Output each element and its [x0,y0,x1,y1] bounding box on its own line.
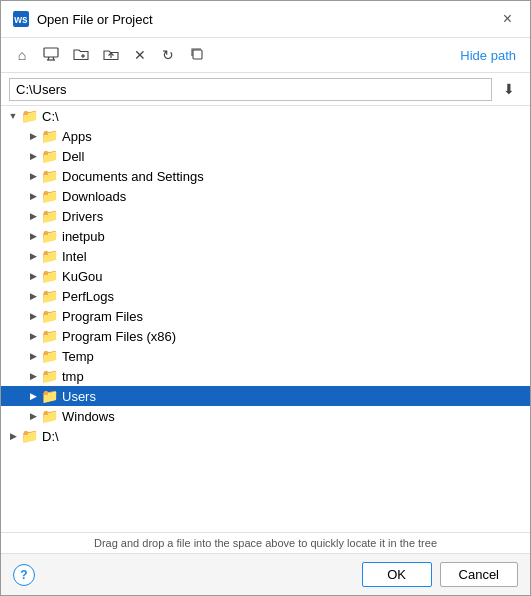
svg-rect-7 [193,50,202,59]
tree-item-users[interactable]: ▶ 📁 Users [1,386,530,406]
tree-item-temp[interactable]: ▶ 📁 Temp [1,346,530,366]
tree-item-program-files[interactable]: ▶ 📁 Program Files [1,306,530,326]
bottom-bar: ? OK Cancel [1,554,530,595]
download-icon: ⬇ [503,81,515,97]
ok-button[interactable]: OK [362,562,432,587]
tree-label-c-root: C:\ [42,109,59,124]
tree-item-kugou[interactable]: ▶ 📁 KuGou [1,266,530,286]
expand-icon-tmp[interactable]: ▶ [25,368,41,384]
tree-item-drivers[interactable]: ▶ 📁 Drivers [1,206,530,226]
folder-icon-kugou: 📁 [41,268,58,284]
tree-label-users: Users [62,389,96,404]
refresh-button[interactable]: ↻ [155,42,181,68]
folder-icon-perflogs: 📁 [41,288,58,304]
expand-icon-inetpub[interactable]: ▶ [25,228,41,244]
path-input[interactable] [9,78,492,101]
app-icon: ws [13,11,29,27]
path-download-button[interactable]: ⬇ [496,77,522,101]
new-folder-icon [73,47,89,64]
dialog-title: Open File or Project [37,12,153,27]
expand-icon-program-files[interactable]: ▶ [25,308,41,324]
tree-item-downloads[interactable]: ▶ 📁 Downloads [1,186,530,206]
tree-item-intel[interactable]: ▶ 📁 Intel [1,246,530,266]
expand-icon-downloads[interactable]: ▶ [25,188,41,204]
file-tree[interactable]: ▼ 📁 C:\ ▶ 📁 Apps ▶ 📁 Dell ▶ 📁 Documents … [1,106,530,533]
tree-item-dell[interactable]: ▶ 📁 Dell [1,146,530,166]
refresh-icon: ↻ [162,47,174,63]
tree-label-d-root: D:\ [42,429,59,444]
expand-icon-program-files-x86[interactable]: ▶ [25,328,41,344]
folder-up-button[interactable] [97,42,125,68]
title-bar: ws Open File or Project × [1,1,530,38]
folder-icon-windows: 📁 [41,408,58,424]
tree-item-inetpub[interactable]: ▶ 📁 inetpub [1,226,530,246]
cancel-button[interactable]: Cancel [440,562,518,587]
status-text: Drag and drop a file into the space abov… [94,537,437,549]
path-bar: ⬇ [1,73,530,106]
tree-label-kugou: KuGou [62,269,102,284]
new-folder-button[interactable] [67,42,95,68]
folder-icon-apps: 📁 [41,128,58,144]
folder-icon-temp: 📁 [41,348,58,364]
tree-item-docs-settings[interactable]: ▶ 📁 Documents and Settings [1,166,530,186]
expand-icon-intel[interactable]: ▶ [25,248,41,264]
tree-label-drivers: Drivers [62,209,103,224]
folder-icon-dell: 📁 [41,148,58,164]
folder-icon-tmp: 📁 [41,368,58,384]
tree-label-program-files: Program Files [62,309,143,324]
expand-icon-temp[interactable]: ▶ [25,348,41,364]
help-button[interactable]: ? [13,564,35,586]
expand-icon-windows[interactable]: ▶ [25,408,41,424]
expand-icon-drivers[interactable]: ▶ [25,208,41,224]
folder-icon-users: 📁 [41,388,58,404]
tree-item-perflogs[interactable]: ▶ 📁 PerfLogs [1,286,530,306]
expand-icon-dell[interactable]: ▶ [25,148,41,164]
monitor-icon [43,47,59,64]
expand-icon-perflogs[interactable]: ▶ [25,288,41,304]
tree-label-docs-settings: Documents and Settings [62,169,204,184]
expand-icon-kugou[interactable]: ▶ [25,268,41,284]
expand-icon-apps[interactable]: ▶ [25,128,41,144]
tree-label-tmp: tmp [62,369,84,384]
bottom-left: ? [13,564,35,586]
title-bar-left: ws Open File or Project [13,11,153,27]
expand-icon-docs-settings[interactable]: ▶ [25,168,41,184]
tree-label-inetpub: inetpub [62,229,105,244]
tree-label-dell: Dell [62,149,84,164]
tree-label-temp: Temp [62,349,94,364]
open-file-dialog: ws Open File or Project × ⌂ [0,0,531,596]
tree-item-tmp[interactable]: ▶ 📁 tmp [1,366,530,386]
tree-item-windows[interactable]: ▶ 📁 Windows [1,406,530,426]
status-bar: Drag and drop a file into the space abov… [1,533,530,554]
folder-icon-inetpub: 📁 [41,228,58,244]
delete-icon: ✕ [134,47,146,63]
svg-rect-0 [44,48,58,57]
copy-button[interactable] [183,42,211,68]
tree-item-d-root[interactable]: ▶ 📁 D:\ [1,426,530,446]
folder-icon-d-root: 📁 [21,428,38,444]
expand-icon-users[interactable]: ▶ [25,388,41,404]
tree-label-program-files-x86: Program Files (x86) [62,329,176,344]
folder-icon-program-files-x86: 📁 [41,328,58,344]
hide-path-button[interactable]: Hide path [454,45,522,66]
tree-item-c-root[interactable]: ▼ 📁 C:\ [1,106,530,126]
monitor-button[interactable] [37,42,65,68]
tree-label-downloads: Downloads [62,189,126,204]
folder-icon-c-root: 📁 [21,108,38,124]
home-button[interactable]: ⌂ [9,42,35,68]
tree-item-program-files-x86[interactable]: ▶ 📁 Program Files (x86) [1,326,530,346]
expand-icon-c-root[interactable]: ▼ [5,108,21,124]
tree-item-apps[interactable]: ▶ 📁 Apps [1,126,530,146]
home-icon: ⌂ [18,47,26,63]
toolbar-left: ⌂ [9,42,211,68]
folder-icon-program-files: 📁 [41,308,58,324]
close-button[interactable]: × [497,9,518,29]
folder-icon-drivers: 📁 [41,208,58,224]
delete-button[interactable]: ✕ [127,42,153,68]
tree-label-intel: Intel [62,249,87,264]
folder-icon-downloads: 📁 [41,188,58,204]
expand-icon-d-root[interactable]: ▶ [5,428,21,444]
tree-label-apps: Apps [62,129,92,144]
toolbar: ⌂ [1,38,530,73]
folder-up-icon [103,47,119,64]
